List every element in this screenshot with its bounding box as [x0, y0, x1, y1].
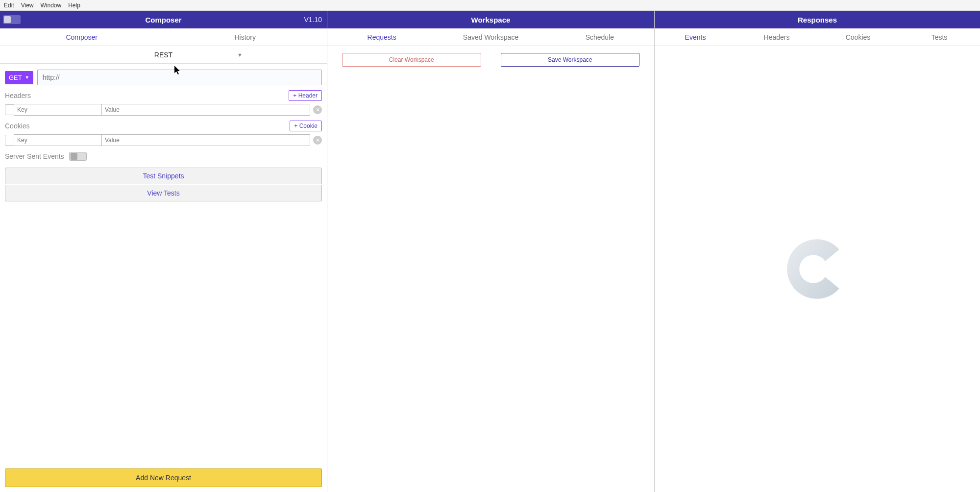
- tab-saved-workspace[interactable]: Saved Workspace: [436, 28, 545, 46]
- tab-tests[interactable]: Tests: [899, 28, 980, 46]
- responses-subtabs: Events Headers Cookies Tests: [655, 28, 980, 46]
- url-row: GET ▼: [0, 64, 327, 88]
- tab-composer[interactable]: Composer: [0, 28, 164, 46]
- clear-workspace-button[interactable]: Clear Workspace: [342, 53, 481, 67]
- menu-edit[interactable]: Edit: [4, 2, 14, 9]
- menu-window[interactable]: Window: [40, 2, 61, 9]
- menubar: Edit View Window Help: [0, 0, 980, 11]
- method-label: GET: [9, 74, 22, 81]
- chevron-down-icon: ▼: [237, 52, 243, 58]
- headers-label: Headers: [5, 92, 31, 99]
- workspace-title: Workspace: [471, 16, 511, 24]
- responses-panel: Responses Events Headers Cookies Tests: [655, 11, 980, 492]
- protocol-select[interactable]: REST ▼: [0, 46, 327, 64]
- sse-toggle[interactable]: [69, 152, 87, 161]
- save-workspace-button[interactable]: Save Workspace: [501, 53, 640, 67]
- tab-cookies[interactable]: Cookies: [817, 28, 899, 46]
- responses-header: Responses: [655, 11, 980, 28]
- sse-row: Server Sent Events: [0, 149, 327, 168]
- cookies-label: Cookies: [5, 122, 30, 130]
- main-panels: Composer V1.10 Composer History REST ▼ G…: [0, 11, 980, 492]
- delete-header-icon[interactable]: ✕: [313, 105, 322, 114]
- header-value-input[interactable]: [102, 104, 310, 116]
- composer-panel: Composer V1.10 Composer History REST ▼ G…: [0, 11, 327, 492]
- composer-subtabs: Composer History: [0, 28, 327, 46]
- workspace-subtabs: Requests Saved Workspace Schedule: [327, 28, 654, 46]
- composer-header: Composer V1.10: [0, 11, 327, 28]
- header-row: ✕: [0, 103, 327, 119]
- menu-help[interactable]: Help: [68, 2, 80, 9]
- composer-title: Composer: [145, 16, 181, 24]
- workspace-header: Workspace: [327, 11, 654, 28]
- add-cookie-button[interactable]: + Cookie: [290, 121, 322, 131]
- headers-section-header: Headers + Header: [0, 88, 327, 103]
- sse-label: Server Sent Events: [5, 152, 64, 160]
- tab-history[interactable]: History: [164, 28, 327, 46]
- test-snippets-button[interactable]: Test Snippets: [5, 168, 322, 184]
- add-new-request-button[interactable]: Add New Request: [5, 468, 322, 487]
- app-version: V1.10: [304, 16, 322, 24]
- cookie-row: ✕: [0, 133, 327, 149]
- delete-cookie-icon[interactable]: ✕: [313, 136, 322, 145]
- workspace-body: Clear Workspace Save Workspace: [327, 46, 654, 74]
- url-input[interactable]: [37, 70, 322, 85]
- tab-headers[interactable]: Headers: [736, 28, 817, 46]
- view-tests-button[interactable]: View Tests: [5, 185, 322, 201]
- method-select[interactable]: GET ▼: [5, 71, 33, 84]
- cookie-key-input[interactable]: [14, 134, 102, 146]
- workspace-panel: Workspace Requests Saved Workspace Sched…: [327, 11, 655, 492]
- header-enable-checkbox[interactable]: [5, 104, 14, 115]
- tab-requests[interactable]: Requests: [327, 28, 436, 46]
- logo-placeholder-icon: [778, 230, 857, 308]
- tab-events[interactable]: Events: [655, 28, 736, 46]
- cookie-enable-checkbox[interactable]: [5, 135, 14, 146]
- tab-schedule[interactable]: Schedule: [545, 28, 654, 46]
- cookie-value-input[interactable]: [102, 134, 310, 146]
- cookies-section-header: Cookies + Cookie: [0, 119, 327, 133]
- sidebar-toggle[interactable]: [3, 15, 21, 24]
- add-header-button[interactable]: + Header: [289, 90, 322, 101]
- protocol-label: REST: [154, 51, 172, 59]
- chevron-down-icon: ▼: [25, 75, 29, 80]
- header-key-input[interactable]: [14, 104, 102, 116]
- responses-title: Responses: [798, 16, 837, 24]
- composer-body: REST ▼ GET ▼ Headers + Header ✕: [0, 46, 327, 492]
- responses-body: [655, 46, 980, 492]
- menu-view[interactable]: View: [21, 2, 34, 9]
